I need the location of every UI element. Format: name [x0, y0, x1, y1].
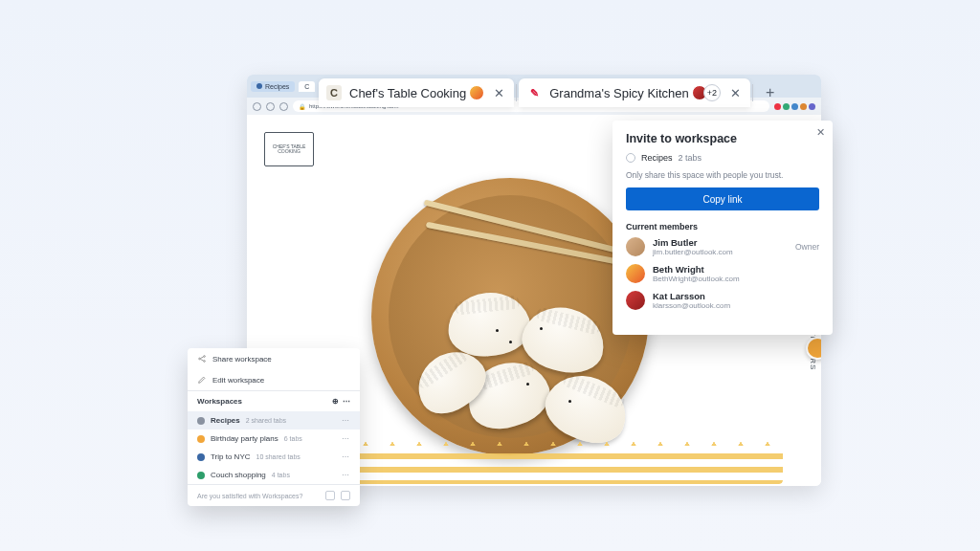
tab-presence [474, 85, 484, 100]
edit-workspace[interactable]: Edit workspace [188, 369, 360, 390]
member-email: BethWright@outlook.com [653, 275, 740, 283]
invite-title: Invite to workspace [626, 132, 819, 145]
copy-link-button[interactable]: Copy link [626, 187, 819, 210]
favicon-icon: C [326, 85, 342, 100]
member-row: Beth Wright BethWright@outlook.com [626, 264, 819, 283]
close-icon[interactable]: ✕ [728, 86, 743, 100]
workspace-sub: 6 tabs [284, 435, 302, 442]
more-icon[interactable]: ⋯ [342, 416, 350, 425]
member-name: Beth Wright [653, 264, 740, 275]
mini-tab[interactable]: C [299, 81, 315, 92]
lock-icon: 🔒 [299, 103, 305, 110]
add-workspace-icon[interactable]: ⊕ ⋯ [332, 397, 350, 406]
seed-graphic [540, 327, 543, 330]
member-email: jim.butler@outlook.com [653, 248, 733, 256]
avatar-icon [626, 264, 645, 283]
new-tab-button[interactable]: + [759, 81, 782, 104]
avatar-icon [626, 237, 645, 256]
workspace-name: Recipes [211, 416, 240, 425]
trust-note: Only share this space with people you tr… [626, 170, 819, 180]
share-workspace[interactable]: Share workspace [188, 348, 360, 369]
label: Share workspace [212, 355, 272, 364]
extension-icon[interactable] [800, 103, 807, 110]
workspace-item-nyc[interactable]: Trip to NYC 10 shared tabs ⋯ [188, 448, 360, 466]
invite-panel: ✕ Invite to workspace Recipes 2 tabs Onl… [612, 121, 833, 335]
workspace-color-dot [197, 435, 205, 443]
tab-grandmas-kitchen[interactable]: ✎ Grandma's Spicy Kitchen +2 ✕ [519, 78, 750, 107]
more-icon[interactable]: ⋯ [342, 434, 350, 443]
workspace-item-recipes[interactable]: Recipes 2 shared tabs ⋯ [188, 411, 360, 430]
wave-graphic [285, 440, 783, 484]
workspace-color-dot [626, 153, 635, 163]
workspace-name: Birthday party plans [211, 434, 278, 443]
tab-title: Chef's Table Cooking [349, 86, 466, 100]
extension-icon[interactable] [783, 103, 790, 110]
label: Edit workspace [212, 376, 264, 385]
presence-overflow[interactable]: +2 [703, 84, 721, 101]
workspace-sub: 4 tabs [272, 472, 290, 478]
workspace-name: Recipes [641, 153, 673, 163]
svg-point-1 [204, 356, 206, 358]
tab-presence: +2 [697, 84, 721, 101]
tab-chefs-table[interactable]: C Chef's Table Cooking ✕ [319, 78, 514, 107]
workspaces-dropdown: Share workspace Edit workspace Workspace… [188, 348, 360, 506]
feedback-row: Are you satisfied with Workspaces? [188, 485, 360, 506]
workspace-summary: Recipes 2 tabs [626, 153, 819, 163]
seed-graphic [496, 329, 499, 332]
refresh-icon[interactable] [279, 102, 288, 111]
seed-graphic [509, 341, 512, 343]
members-heading: Current members [626, 222, 819, 231]
member-row: Kat Larsson klarsson@outlook.com [626, 291, 819, 310]
member-name: Jim Butler [653, 237, 733, 248]
seed-graphic [568, 400, 571, 403]
workspace-name: Couch shopping [211, 471, 266, 479]
close-icon[interactable]: ✕ [492, 86, 506, 100]
workspace-color-dot [197, 417, 205, 425]
share-icon [197, 354, 207, 364]
more-icon[interactable]: ⋯ [342, 452, 350, 461]
svg-point-2 [204, 361, 206, 363]
owner-badge: Owner [795, 242, 819, 252]
svg-point-0 [199, 358, 201, 360]
close-icon[interactable]: ✕ [816, 126, 825, 139]
workspace-sub: 10 shared tabs [256, 453, 301, 460]
seed-graphic [526, 383, 529, 386]
tab-count: 2 tabs [679, 153, 702, 163]
workspace-item-birthday[interactable]: Birthday party plans 6 tabs ⋯ [188, 430, 360, 448]
floating-tabs: C Chef's Table Cooking ✕ ✎ Grandma's Spi… [319, 78, 782, 107]
workspace-chip[interactable]: Recipes [251, 81, 295, 92]
tab-divider [516, 84, 517, 101]
extension-icon[interactable] [809, 103, 815, 110]
feedback-text: Are you satisfied with Workspaces? [197, 493, 302, 499]
favicon-icon: ✎ [526, 85, 542, 100]
member-row: Jim Butler jim.butler@outlook.com Owner [626, 237, 819, 256]
tab-title: Grandma's Spicy Kitchen [549, 86, 689, 100]
workspace-color-dot [256, 83, 262, 89]
workspace-item-couch[interactable]: Couch shopping 4 tabs ⋯ [188, 466, 360, 484]
presence-avatar-icon [469, 85, 484, 100]
back-icon[interactable] [253, 102, 261, 111]
workspace-sub: 2 shared tabs [246, 417, 286, 424]
forward-icon[interactable] [266, 102, 275, 111]
member-email: klarsson@outlook.com [653, 301, 730, 310]
member-name: Kat Larsson [653, 291, 730, 301]
label: Workspaces [197, 397, 242, 406]
workspace-chip-label: Recipes [265, 83, 289, 90]
pencil-icon [197, 375, 207, 385]
thumbs-down-icon[interactable] [341, 491, 350, 500]
workspace-color-dot [197, 472, 205, 479]
more-icon[interactable]: ⋯ [342, 471, 350, 479]
workspace-name: Trip to NYC [211, 452, 251, 461]
avatar-icon [626, 291, 645, 310]
workspace-color-dot [197, 453, 205, 461]
thumbs-up-icon[interactable] [325, 491, 335, 500]
extension-icon[interactable] [791, 103, 798, 110]
tab-divider [752, 84, 753, 101]
workspaces-header: Workspaces ⊕ ⋯ [188, 391, 360, 411]
